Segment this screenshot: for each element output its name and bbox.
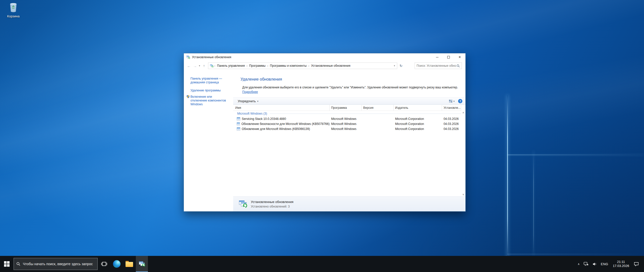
installed-updates-taskbar-button[interactable]: [136, 256, 148, 272]
update-package-icon: [237, 122, 240, 125]
vertical-scrollbar[interactable]: ∧ ∨: [461, 111, 465, 196]
more-info-link[interactable]: Подробнее: [242, 90, 258, 94]
language-indicator[interactable]: ENG: [599, 256, 610, 272]
clock-time: 21:11: [617, 260, 625, 264]
close-button[interactable]: ×: [454, 53, 465, 61]
cell-installed: 04.03.2026: [442, 122, 461, 126]
help-button[interactable]: ?: [458, 99, 462, 103]
recycle-bin[interactable]: Корзина: [4, 2, 23, 18]
task-view-icon: [101, 261, 107, 267]
details-title: Установленные обновления: [251, 200, 293, 204]
back-icon: ←: [187, 64, 191, 68]
scroll-up-icon[interactable]: ∧: [462, 112, 464, 114]
edge-button[interactable]: [111, 256, 123, 272]
speaker-icon: [592, 262, 597, 266]
maximize-button[interactable]: [443, 53, 454, 61]
show-hidden-icons-button[interactable]: ∧: [576, 256, 582, 272]
group-label: Microsoft Windows (3): [237, 112, 267, 115]
address-bar[interactable]: › Панель управления › Программы › Програ…: [208, 62, 397, 69]
column-header-publisher[interactable]: Издатель: [394, 105, 442, 111]
organize-label: Упорядочить: [238, 99, 256, 103]
update-name: Servicing Stack 10.0.20348.4880: [242, 117, 286, 121]
recycle-bin-label: Корзина: [7, 14, 20, 18]
update-package-icon: [237, 127, 240, 130]
wallpaper-windows-logo-edge: [507, 95, 508, 256]
column-header-program[interactable]: Программа: [330, 105, 362, 111]
back-button[interactable]: ←: [186, 62, 192, 69]
column-header-installed[interactable]: Установле...: [442, 105, 461, 111]
forward-button[interactable]: →: [192, 62, 198, 69]
scroll-down-icon[interactable]: ∨: [462, 193, 464, 196]
location-icon: [210, 64, 214, 68]
update-row[interactable]: Servicing Stack 10.0.20348.4880 Microsof…: [233, 116, 461, 121]
cell-name: Обновление для Microsoft Windows (KB5066…: [233, 127, 330, 131]
window-controls: ×: [431, 53, 465, 61]
change-view-button[interactable]: ▾: [449, 100, 455, 103]
details-pane: Установленные обновления Установлено обн…: [233, 196, 465, 211]
volume-tray-button[interactable]: [590, 256, 599, 272]
refresh-icon: ↻: [399, 64, 403, 68]
start-button[interactable]: [0, 256, 14, 272]
update-package-icon: [237, 117, 240, 120]
organize-button[interactable]: Упорядочить ▾: [236, 99, 260, 104]
maximize-icon: [447, 56, 450, 58]
cell-name: Servicing Stack 10.0.20348.4880: [233, 117, 330, 121]
updates-list: Имя Программа Версия Издатель Установле.…: [233, 105, 465, 196]
taskbar: ∧ ENG 21:11 17.03.2026: [0, 256, 644, 272]
group-header-microsoft-windows[interactable]: Microsoft Windows (3): [233, 111, 461, 116]
update-name: Обновление безопасности для Microsoft Wi…: [242, 122, 330, 126]
network-tray-button[interactable]: [582, 256, 590, 272]
file-explorer-button[interactable]: [123, 256, 135, 272]
cell-name: Обновление безопасности для Microsoft Wi…: [233, 122, 330, 126]
cell-publisher: Microsoft Corporation: [394, 117, 442, 121]
recent-locations-chevron[interactable]: ▾: [198, 64, 201, 67]
cell-program: Microsoft Windows: [330, 122, 362, 126]
page-description: Для удаления обновления выберите его в с…: [242, 86, 458, 89]
wallpaper-windows-logo-edge: [507, 254, 644, 254]
sidebar-item-uninstall-program[interactable]: Удаление программы: [190, 89, 231, 92]
sidebar-item-windows-features[interactable]: Включение или отключение компонентов Win…: [190, 95, 228, 106]
column-header-version[interactable]: Версия: [362, 105, 394, 111]
cell-program: Microsoft Windows: [330, 127, 362, 131]
taskbar-search-input[interactable]: [23, 262, 95, 266]
clock[interactable]: 21:11 17.03.2026: [610, 260, 632, 268]
cell-installed: 04.03.2026: [442, 117, 461, 121]
sidebar-item-label: Включение или отключение компонентов Win…: [190, 95, 226, 106]
breadcrumb-installed-updates[interactable]: Установленные обновления: [310, 64, 352, 67]
language-label: ENG: [601, 262, 608, 266]
breadcrumb-programs[interactable]: Программы: [248, 64, 267, 67]
breadcrumb-control-panel[interactable]: Панель управления: [216, 64, 246, 67]
minimize-button[interactable]: [431, 53, 443, 61]
windows-logo-icon: [4, 261, 10, 267]
cell-program: Microsoft Windows: [330, 117, 362, 121]
list-header: Имя Программа Версия Издатель Установле.…: [233, 105, 461, 111]
taskbar-search-box[interactable]: [14, 258, 98, 270]
window-titlebar[interactable]: Установленные обновления ×: [184, 53, 465, 61]
window-search-box[interactable]: [415, 62, 462, 69]
address-dropdown-chevron[interactable]: ▾: [393, 64, 396, 67]
search-icon: [16, 262, 20, 266]
sidebar-item-control-panel-home[interactable]: Панель управления — домашняя страница: [190, 77, 228, 84]
up-icon: ↑: [203, 64, 205, 68]
update-row[interactable]: Обновление безопасности для Microsoft Wi…: [233, 121, 461, 126]
window-title: Установленные обновления: [192, 55, 231, 59]
refresh-button[interactable]: ↻: [398, 62, 404, 69]
search-icon: [457, 64, 460, 67]
column-header-name[interactable]: Имя: [233, 105, 330, 111]
window-search-input[interactable]: [417, 64, 457, 67]
wallpaper-windows-logo-edge: [533, 151, 534, 256]
desktop: Корзина Установленные обновления ×: [0, 0, 644, 256]
breadcrumb-programs-and-features[interactable]: Программы и компоненты: [268, 64, 308, 67]
view-grid-icon: [449, 100, 452, 103]
installed-updates-icon-large: [238, 199, 248, 209]
up-button[interactable]: ↑: [201, 62, 207, 69]
content-pane: Удаление обновления Для удаления обновле…: [233, 71, 465, 211]
minimize-icon: [436, 57, 438, 57]
installed-updates-window: Установленные обновления × ← → ▾ ↑: [184, 53, 466, 212]
chevron-down-icon: ▾: [453, 100, 455, 103]
command-bar: Упорядочить ▾ ▾ ?: [233, 97, 465, 105]
action-center-button[interactable]: [632, 256, 641, 272]
forward-icon: →: [193, 64, 197, 68]
update-row[interactable]: Обновление для Microsoft Windows (KB5066…: [233, 126, 461, 131]
task-view-button[interactable]: [98, 256, 110, 272]
